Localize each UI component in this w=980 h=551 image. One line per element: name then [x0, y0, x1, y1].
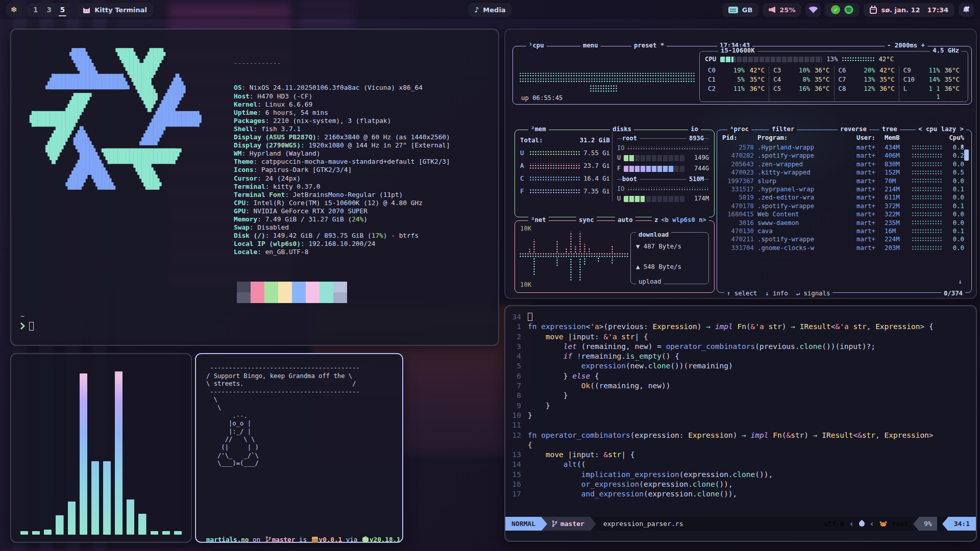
process-graph: [912, 170, 942, 175]
core-usage: 8%: [792, 76, 810, 84]
info-value: ) - btrfs: [383, 232, 419, 239]
info-key-hint[interactable]: ↓ info: [765, 290, 788, 297]
line: [617, 179, 622, 180]
sort-selector[interactable]: < cpu lazy >: [916, 126, 966, 133]
update-check-icon[interactable]: ✓: [831, 5, 840, 14]
logo-segment: ▟███████████▛: [150, 119, 202, 127]
code-line[interactable]: 3 let (remaining, new) = operator_combin…: [505, 342, 973, 352]
process-graph: [912, 220, 942, 225]
code-line[interactable]: 4 if !remaining.is_empty() {: [505, 352, 973, 361]
volume-module[interactable]: 25%: [763, 3, 801, 17]
network-module[interactable]: [805, 3, 821, 17]
code-line[interactable]: 7 Ok((remaining, new)): [505, 381, 973, 391]
code-line[interactable]: 34: [505, 312, 973, 322]
media-module[interactable]: ♪ Media: [468, 3, 511, 17]
code-editor-window[interactable]: 341fn expression<'a>(previous: Expressio…: [504, 305, 977, 542]
preset-button[interactable]: preset *: [631, 42, 667, 49]
net-auto-button[interactable]: auto: [615, 216, 635, 223]
code-line[interactable]: 11: [505, 420, 973, 430]
code-line[interactable]: 5 expression(new.clone())(remaining): [505, 361, 973, 371]
net-sync-button[interactable]: sync: [576, 216, 597, 223]
info-key: Packages: [234, 117, 265, 124]
info-value: 2160x3840 @ 60 Hz (as 1440x2560): [324, 133, 450, 141]
proc-panel-title[interactable]: ⁴proc: [727, 126, 751, 133]
reverse-button[interactable]: reverse: [838, 126, 869, 133]
code-token: &: [857, 431, 862, 439]
code-line[interactable]: 9 }: [505, 401, 973, 411]
core-usage: 10%: [792, 66, 810, 74]
scroll-down-icon[interactable]: ↓: [959, 278, 962, 285]
palette-swatch: [251, 292, 264, 303]
code-line[interactable]: 1fn expression<'a>(previous: Expression)…: [505, 322, 973, 332]
nix-menu-button[interactable]: ❄: [6, 3, 21, 17]
menu-button[interactable]: menu: [580, 42, 601, 49]
code-line[interactable]: {: [505, 440, 973, 450]
fastfetch-terminal-window[interactable]: ▗▄▄▄ ▗▄▄▄▄ ▄▄▄▖ ▜███▙ ▜███▙ ▟███▛ ▜███▙ …: [10, 29, 499, 346]
info-colon: :: [285, 191, 292, 198]
keyboard-layout-module[interactable]: GB: [722, 3, 759, 17]
separator-icon: ‹: [870, 519, 874, 529]
cpu-frequency: 4.5 GHz: [930, 47, 962, 54]
workspace-5[interactable]: 5: [60, 5, 65, 15]
btop-monitor-window[interactable]: ¹cpu menu preset * 17:34:43 - 2000ms + u…: [504, 29, 977, 299]
code-token: move: [546, 333, 568, 341]
interval-control[interactable]: - 2000ms +: [885, 42, 927, 49]
process-mem: 372M: [885, 202, 908, 210]
info-key: GPU: [234, 207, 246, 215]
system-info-line: Terminal: kitty 0.37.0: [234, 183, 450, 191]
net-interface-selector[interactable]: <b wlp6s0 n>: [658, 216, 709, 223]
clock-module[interactable]: sø. jan. 12 17:34: [864, 3, 954, 17]
process-scrollbar[interactable]: [964, 149, 969, 161]
cava-visualizer-window[interactable]: [10, 353, 192, 543]
signals-key-hint[interactable]: ↵ signals: [796, 290, 830, 297]
tree-button[interactable]: tree: [879, 126, 900, 133]
code-line[interactable]: 15 implication_expression(expression.clo…: [505, 470, 973, 480]
git-branch-segment[interactable]: master: [542, 517, 591, 531]
code-line[interactable]: 16 or_expression(expression.clone()),: [505, 480, 973, 489]
code-line[interactable]: 17 and_expression(expression.clone()),: [505, 489, 973, 499]
fortune-terminal-window[interactable]: ----------------------------------------…: [195, 353, 403, 543]
select-key-hint[interactable]: ↑ select: [727, 290, 757, 297]
workspace-3[interactable]: 3: [46, 5, 52, 15]
media-label: Media: [483, 6, 505, 14]
window-title-label: Kitty Terminal: [94, 6, 147, 14]
code-token: ()),: [715, 480, 733, 488]
cpu-panel-title[interactable]: ¹cpu: [526, 42, 547, 49]
spotify-icon[interactable]: [844, 5, 853, 14]
code-line[interactable]: 10}: [505, 411, 973, 420]
shell-prompt[interactable]: ~: [20, 311, 34, 332]
mem-panel-title[interactable]: ²mem: [528, 126, 549, 133]
net-up-spike: [528, 249, 530, 253]
code-line[interactable]: 2 move |input: &'a str| {: [505, 332, 973, 342]
palette-swatch: [292, 282, 306, 292]
system-info-line: Display (2790WG5): 980x551 @ 144 Hz in…: [234, 141, 450, 149]
visualizer-bar: [174, 531, 182, 535]
process-name: .gnome-clocks-w: [757, 244, 853, 252]
code-content: [528, 312, 532, 322]
code-editor-area[interactable]: 341fn expression<'a>(previous: Expressio…: [505, 312, 973, 512]
filter-button[interactable]: filter: [769, 126, 797, 133]
active-window-title[interactable]: Kitty Terminal: [77, 3, 153, 17]
system-info-line: CPU: Intel(R) Core(TM) i5-10600K (12) @ …: [234, 199, 450, 207]
starship-prompt[interactable]: martials.no on master is v0.0.1 via v20.…: [206, 515, 401, 551]
code-line[interactable]: 12fn operator_combinators(expression: Ex…: [505, 431, 973, 440]
code-line[interactable]: 8 }: [505, 391, 973, 400]
system-info-line: Theme: catppuccin-mocha-mauve-standard+d…: [234, 158, 450, 166]
memory-row-label: U: [520, 147, 526, 160]
net-panel-title[interactable]: ³net: [528, 216, 549, 223]
notifications-module[interactable]: [959, 3, 974, 17]
process-pid: 205643: [722, 160, 754, 168]
workspace-1[interactable]: 1: [33, 5, 38, 15]
code-line[interactable]: 14 alt((: [505, 460, 973, 469]
memory-total-label: Total:: [520, 134, 543, 147]
disk-name: boot: [622, 174, 637, 184]
line-number: [505, 440, 528, 450]
process-mem: 214M: [885, 185, 908, 193]
network-graph: [519, 226, 629, 287]
git-branch-name: master: [272, 536, 296, 543]
code-line[interactable]: 13 move |input: &str| {: [505, 450, 973, 460]
code-line[interactable]: 6 } else {: [505, 371, 973, 381]
code-token: <: [831, 322, 836, 331]
io-mode-button[interactable]: io: [688, 126, 701, 133]
disks-panel-title[interactable]: disks: [610, 126, 634, 133]
